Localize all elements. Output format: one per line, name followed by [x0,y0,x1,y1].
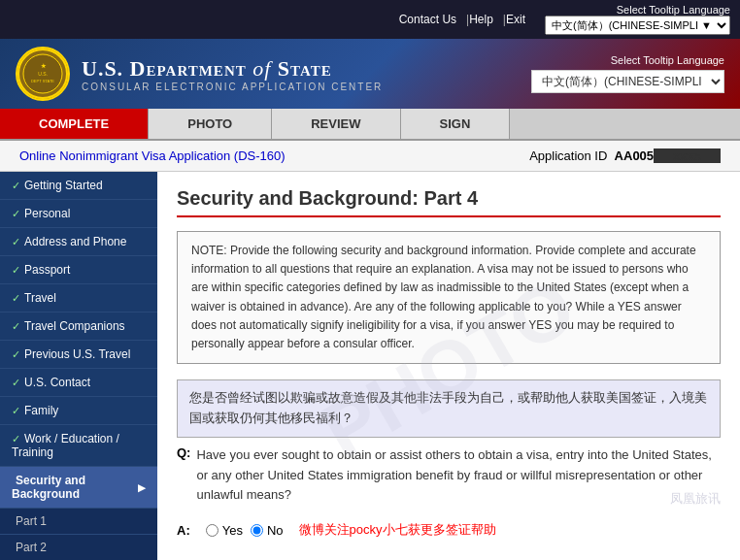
content-area: PHOTO Security and Background: Part 4 NO… [157,172,740,560]
note-box: NOTE: Provide the following security and… [177,231,721,364]
sidebar-item-passport[interactable]: ✓Passport [0,256,157,284]
tab-review[interactable]: REVIEW [272,109,400,139]
sidebar-item-previous-us-travel[interactable]: ✓Previous U.S. Travel [0,341,157,369]
radio-no-label[interactable]: No [251,523,284,538]
svg-text:U.S.: U.S. [38,71,48,77]
dept-main-title: U.S. Department of State [82,56,383,82]
sidebar-sub-item-part1[interactable]: Part 1 [0,509,157,535]
sidebar-item-address-phone[interactable]: ✓Address and Phone [0,228,157,256]
weibo-link[interactable]: 微博关注pocky小七获更多签证帮助 [299,521,496,539]
sidebar-item-us-contact[interactable]: ✓U.S. Contact [0,369,157,397]
answer-row: A: Yes No 微博关注pocky小七获更多签证帮助 [177,521,721,539]
question-row: Q: Have you ever sought to obtain or ass… [177,445,721,515]
main-layout: ✓Getting Started ✓Personal ✓Address and … [0,172,740,560]
tab-complete[interactable]: COMPLETE [0,109,149,139]
header-left: ★ U.S. DEPT STATE U.S. Department of Sta… [16,47,383,101]
help-link[interactable]: Help [469,13,493,26]
radio-yes[interactable] [206,524,219,537]
yes-label: Yes [222,523,243,538]
dept-title: U.S. Department of State CONSULAR ELECTR… [82,56,383,92]
sidebar-item-travel-companions[interactable]: ✓Travel Companions [0,313,157,341]
language-select[interactable]: 中文(简体）(CHINESE-SIMPLI ▼ [545,16,730,35]
question-chinese: 您是否曾经试图以欺骗或故意造假及其他非法手段为自己，或帮助他人获取美国签证，入境… [177,379,721,438]
contact-us-link[interactable]: Contact Us [399,13,456,26]
dept-sub-title: CONSULAR ELECTRONIC APPLICATION CENTER [82,82,383,92]
app-title: Online Nonimmigrant Visa Application (DS… [19,148,286,163]
radio-yes-label[interactable]: Yes [206,523,243,538]
tooltip-language-label: Select Tooltip Language [617,4,730,16]
svg-text:DEPT STATE: DEPT STATE [31,79,54,83]
no-label: No [267,523,284,538]
sidebar-item-personal[interactable]: ✓Personal [0,200,157,228]
answer-label: A: [177,523,190,538]
dept-seal: ★ U.S. DEPT STATE [16,47,70,101]
tab-photo[interactable]: PHOTO [149,109,272,139]
tab-sign[interactable]: SIGN [401,109,511,139]
radio-no[interactable] [251,524,263,537]
question-text: Have you ever sought to obtain or assist… [196,445,721,506]
arrow-icon: ▶ [138,482,146,493]
exit-link[interactable]: Exit [506,13,525,26]
sidebar-item-work-education[interactable]: ✓Work / Education / Training [0,425,157,467]
sidebar-item-security-background[interactable]: Security and Background ▶ [0,467,157,509]
sidebar-sub-item-part2[interactable]: Part 2 [0,535,157,560]
app-id-redacted: xxxx [654,148,721,163]
page-heading: Security and Background: Part 4 [177,187,721,217]
question-label: Q: [177,445,190,511]
page-header: ★ U.S. DEPT STATE U.S. Department of Sta… [0,39,740,109]
sidebar-item-travel[interactable]: ✓Travel [0,284,157,313]
lang-select-header[interactable]: 中文(简体）(CHINESE-SIMPLI [531,70,724,93]
sidebar-item-family[interactable]: ✓Family [0,397,157,425]
app-id: Application ID AA005xxxx [529,148,721,163]
nav-tabs: COMPLETE PHOTO REVIEW SIGN [0,109,740,141]
header-right: Select Tooltip Language 中文(简体）(CHINESE-S… [531,54,724,93]
sidebar: ✓Getting Started ✓Personal ✓Address and … [0,172,157,560]
app-id-value: AA005xxxx [615,148,721,163]
app-info-bar: Online Nonimmigrant Visa Application (DS… [0,141,740,172]
content-wrapper: PHOTO Security and Background: Part 4 NO… [157,172,740,560]
question-box: 您是否曾经试图以欺骗或故意造假及其他非法手段为自己，或帮助他人获取美国签证，入境… [177,379,721,539]
top-bar: Contact Us | Help | Exit Select Tooltip … [0,0,740,39]
sidebar-item-getting-started[interactable]: ✓Getting Started [0,172,157,200]
select-tooltip-label: Select Tooltip Language [611,54,724,66]
